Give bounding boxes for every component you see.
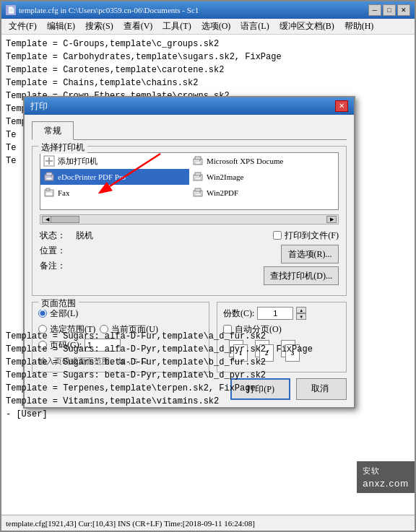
status-bar-text: template.cfg[1921,43] Cur:[10,43] INS (C… <box>6 519 255 528</box>
menu-language[interactable]: 语言(L) <box>236 19 273 34</box>
scroll-right-btn[interactable]: ▶ <box>326 216 337 223</box>
svg-rect-4 <box>195 157 201 160</box>
content-line-4: Template = Chains,template\chains.sk2 <box>6 77 410 90</box>
printer-win2pdf-icon <box>192 187 204 199</box>
svg-rect-16 <box>46 188 50 191</box>
scroll-thumb[interactable] <box>51 216 79 223</box>
menu-help[interactable]: 帮助(H) <box>340 19 378 34</box>
bottom-line-6: Template = Vitamins,template\vitamins.sk… <box>6 395 410 408</box>
window-title: template.cfg in C:\Users\pc0359.cn-06\Do… <box>19 6 199 14</box>
watermark: 安软 anxz.com <box>357 461 415 493</box>
svg-rect-17 <box>46 192 53 196</box>
bottom-line-3: Template = Sugars: beta-D-Fur,template\b… <box>6 356 410 369</box>
menu-edit[interactable]: 编辑(E) <box>43 19 79 34</box>
printer-win2pdf[interactable]: Win2PDF <box>189 185 338 201</box>
dialog-close-button[interactable]: ✕ <box>335 100 348 112</box>
printer-fax[interactable]: Fax <box>40 185 189 201</box>
bottom-line-1: Template = Sugars: alfa-D-Fur,template\a… <box>6 330 410 343</box>
printer-win2image-icon <box>192 171 204 183</box>
minimize-button[interactable]: ─ <box>368 4 381 16</box>
comment-label: 备注： <box>40 259 76 272</box>
menu-view[interactable]: 查看(V) <box>119 19 157 34</box>
bottom-line-7: - [User] <box>6 408 410 421</box>
printer-list[interactable]: 添加打印机 Microsoft XPS Docume <box>40 152 339 210</box>
menu-bar: 文件(F) 编辑(E) 搜索(S) 查看(V) 工具(T) 选项(O) 语言(L… <box>1 19 415 35</box>
main-window: 📄 template.cfg in C:\Users\pc0359.cn-06\… <box>0 0 416 532</box>
printer-edoc[interactable]: eDocPrinter PDF Pro <box>40 169 189 185</box>
svg-rect-9 <box>46 178 52 180</box>
print-to-file-checkbox[interactable] <box>273 231 282 240</box>
content-area: Template = C-Groups,template\c_groups.sk… <box>1 35 415 515</box>
copies-spinner: ▲ ▼ <box>296 307 306 320</box>
printer-scrollbar[interactable]: ◀ ▶ <box>40 214 339 224</box>
dialog-tabs: 常规 <box>32 121 347 140</box>
copies-down-btn[interactable]: ▼ <box>296 313 306 320</box>
find-printer-button[interactable]: 查找打印机(D)... <box>264 266 339 285</box>
printer-win2image-label: Win2Image <box>207 170 243 183</box>
add-printer-label: 添加打印机 <box>58 154 98 167</box>
printer-fax-icon <box>43 187 55 199</box>
printer-edoc-label: eDocPrinter PDF Pro <box>58 170 126 183</box>
watermark-line2: anxz.com <box>363 477 409 490</box>
printer-section: 选择打印机 添加打印机 <box>32 146 347 296</box>
printer-status-section: 状态： 脱机 位置： 备注： <box>40 229 339 285</box>
copies-label: 份数(C): <box>223 307 254 320</box>
status-bar: template.cfg[1921,43] Cur:[10,43] INS (C… <box>1 515 415 531</box>
menu-buffer[interactable]: 缓冲区文档(B) <box>275 19 339 34</box>
location-label: 位置： <box>40 244 76 257</box>
copies-input[interactable] <box>257 307 293 320</box>
menu-tools[interactable]: 工具(T) <box>158 19 195 34</box>
bottom-line-4: Template = Sugars: beta-D-Pyr,template\b… <box>6 369 410 382</box>
tab-general[interactable]: 常规 <box>32 121 74 140</box>
status-state-row: 状态： 脱机 <box>40 229 264 242</box>
title-bar: 📄 template.cfg in C:\Users\pc0359.cn-06\… <box>1 1 415 19</box>
content-line-3: Template = Carotenes,template\carotene.s… <box>6 64 410 77</box>
print-to-file-label: 打印到文件(F) <box>285 229 339 242</box>
svg-point-21 <box>199 191 201 193</box>
dialog-title: 打印 <box>30 100 48 113</box>
maximize-button[interactable]: □ <box>383 4 396 16</box>
printer-ms-xps[interactable]: Microsoft XPS Docume <box>189 153 338 169</box>
preferences-button[interactable]: 首选项(R)... <box>281 245 339 263</box>
add-printer-icon <box>43 155 55 167</box>
printer-section-label: 选择打印机 <box>38 141 87 154</box>
app-icon: 📄 <box>6 5 16 15</box>
radio-all[interactable] <box>38 309 47 318</box>
svg-point-6 <box>199 160 201 161</box>
printer-edoc-icon <box>43 171 55 183</box>
content-line-1: Template = C-Groups,template\c_groups.sk… <box>6 38 410 51</box>
svg-rect-5 <box>195 162 201 164</box>
bottom-line-5: Template = Terpenes,template\terpen.sk2,… <box>6 382 410 395</box>
menu-search[interactable]: 搜索(S) <box>81 19 118 34</box>
printer-win2image[interactable]: Win2Image <box>189 169 338 185</box>
bottom-line-2: Template = Sugars: alfa-D-Pyr,template\a… <box>6 343 410 356</box>
svg-rect-13 <box>195 178 201 180</box>
status-left: 状态： 脱机 位置： 备注： <box>40 229 264 285</box>
bottom-content-text: Template = Sugars: alfa-D-Fur,template\a… <box>6 330 410 421</box>
print-to-file-row: 打印到文件(F) <box>273 229 339 242</box>
svg-point-14 <box>199 175 201 177</box>
menu-options[interactable]: 选项(O) <box>197 19 235 34</box>
printer-win2pdf-label: Win2PDF <box>207 186 238 199</box>
bottom-content: Template = Sugars: alfa-D-Fur,template\a… <box>6 330 410 421</box>
page-range-label: 页面范围 <box>38 297 79 310</box>
state-label: 状态： <box>40 229 76 242</box>
printer-fax-label: Fax <box>58 186 70 199</box>
state-value: 脱机 <box>76 229 93 242</box>
printer-ms-xps-icon <box>192 155 204 167</box>
close-button[interactable]: ✕ <box>397 4 410 16</box>
status-location-row: 位置： <box>40 244 264 257</box>
svg-point-10 <box>51 175 52 177</box>
svg-rect-20 <box>195 193 201 196</box>
menu-file[interactable]: 文件(F) <box>4 19 41 34</box>
copies-input-row: 份数(C): ▲ ▼ <box>223 307 340 320</box>
printer-add[interactable]: 添加打印机 <box>40 153 189 169</box>
dialog-title-bar: 打印 ✕ <box>25 97 354 115</box>
watermark-line1: 安软 <box>363 464 409 477</box>
svg-rect-12 <box>195 173 201 175</box>
printer-ms-xps-label: Microsoft XPS Docume <box>207 154 283 167</box>
content-line-2: Template = Carbohydrates,template\sugars… <box>6 51 410 64</box>
status-comment-row: 备注： <box>40 259 264 272</box>
svg-rect-19 <box>195 188 201 191</box>
watermark-box: 安软 anxz.com <box>357 461 415 493</box>
